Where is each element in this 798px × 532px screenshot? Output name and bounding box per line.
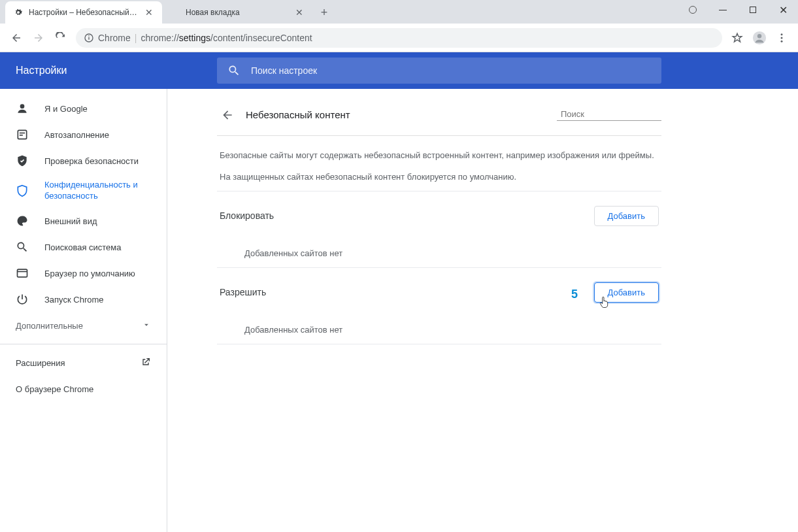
step-annotation: 5 [571,288,578,301]
sidebar-item-search-engine[interactable]: Поисковая система [0,234,167,260]
sidebar-item-safety-check[interactable]: Проверка безопасности [0,148,167,174]
panel-search-input[interactable] [561,109,671,119]
svg-rect-11 [20,135,23,136]
shield-check-icon [16,154,29,167]
sidebar-item-extensions[interactable]: Расширения [0,350,167,376]
url-prefix: Chrome [98,33,131,43]
settings-title: Настройки [0,65,217,76]
forward-button[interactable] [27,27,50,49]
incognito-circle[interactable] [678,0,708,20]
window-controls: ✕ [678,0,798,24]
profile-button[interactable] [748,27,771,49]
svg-rect-12 [18,269,27,277]
sidebar-item-default-browser[interactable]: Браузер по умолчанию [0,260,167,286]
settings-search-input[interactable]: Поиск настроек [217,58,661,84]
bookmark-star-icon[interactable] [726,27,748,49]
sidebar: Я и Google Автозаполнение Проверка безоп… [0,89,167,532]
person-icon [16,102,29,115]
sidebar-item-appearance[interactable]: Внешний вид [0,208,167,234]
titlebar: Настройки – Небезопасный кон ✕ Новая вкл… [0,0,798,24]
minimize-button[interactable] [708,0,738,20]
sidebar-item-you-and-google[interactable]: Я и Google [0,95,167,122]
close-icon[interactable]: ✕ [294,7,305,18]
svg-rect-2 [88,35,89,36]
allow-section: Разрешить Добавить [217,268,661,309]
svg-rect-1 [88,37,89,39]
maximize-button[interactable] [738,0,768,20]
sidebar-item-autofill[interactable]: Автозаполнение [0,122,167,148]
sidebar-item-privacy[interactable]: Конфиденциальность и безопасность [0,174,167,208]
globe-icon [170,7,180,18]
tab-title: Настройки – Небезопасный кон [29,8,139,17]
close-window-button[interactable]: ✕ [768,0,798,20]
sidebar-item-about-chrome[interactable]: О браузере Chrome [0,376,167,402]
block-section: Блокировать Добавить [217,191,661,233]
palette-icon [16,214,29,227]
external-link-icon [141,357,151,369]
main-panel: Небезопасный контент Безопасные сайты мо… [167,89,798,532]
shield-icon [16,184,29,197]
back-button[interactable] [5,27,27,49]
browser-icon [16,267,29,280]
block-add-button[interactable]: Добавить [594,206,659,226]
svg-point-8 [20,104,25,108]
info-icon [84,33,94,43]
panel-search[interactable] [557,108,661,121]
tab-title: Новая вкладка [186,8,289,17]
svg-point-4 [757,34,761,38]
address-field[interactable]: Chrome | chrome://settings/content/insec… [76,28,722,48]
block-title: Блокировать [220,210,274,221]
tab-settings[interactable]: Настройки – Небезопасный кон ✕ [5,1,162,24]
block-empty-text: Добавленных сайтов нет [217,233,661,268]
tab-newtab[interactable]: Новая вкладка ✕ [162,1,312,24]
divider [0,344,167,344]
reload-button[interactable] [50,27,72,49]
allow-title: Разрешить [220,287,266,297]
svg-rect-10 [20,133,25,134]
svg-point-6 [781,37,783,39]
close-icon[interactable]: ✕ [144,7,154,18]
sidebar-item-on-startup[interactable]: Запуск Chrome [0,286,167,312]
address-bar: Chrome | chrome://settings/content/insec… [0,24,798,52]
power-icon [16,293,29,306]
kebab-menu-icon[interactable] [771,27,793,49]
svg-point-7 [781,40,783,42]
tabs-strip: Настройки – Небезопасный кон ✕ Новая вкл… [0,1,333,24]
gear-icon [13,7,24,18]
search-icon [227,64,241,77]
panel-back-button[interactable] [217,105,238,125]
new-tab-button[interactable]: + [315,3,333,22]
chevron-down-icon [142,320,151,331]
panel-description: Безопасные сайты могут содержать небезоп… [217,136,661,191]
search-placeholder: Поиск настроек [251,65,317,76]
sidebar-item-advanced[interactable]: Дополнительные [0,312,167,339]
url-text: chrome://settings/content/insecureConten… [141,33,312,43]
panel-header: Небезопасный контент [217,94,661,136]
autofill-icon [16,128,29,141]
svg-point-5 [781,33,783,35]
allow-add-button[interactable]: Добавить [594,282,659,303]
settings-header: Настройки Поиск настроек [0,52,798,89]
panel-title: Небезопасный контент [246,109,549,120]
search-icon [16,241,29,254]
allow-empty-text: Добавленных сайтов нет [217,309,661,344]
